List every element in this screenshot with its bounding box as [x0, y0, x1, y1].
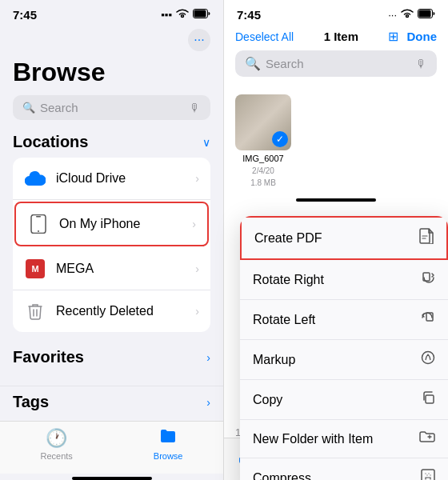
context-item-copy[interactable]: Copy [240, 380, 448, 420]
locations-chevron-icon[interactable]: ∨ [202, 136, 210, 149]
new-folder-label: New Folder with Item [253, 432, 373, 446]
divider-1 [0, 386, 223, 386]
wifi-icon [176, 9, 189, 21]
favorites-title: Favorites [13, 348, 84, 366]
right-status-time: 7:45 [237, 8, 261, 22]
tags-section-header[interactable]: Tags › [0, 393, 223, 411]
locations-title: Locations [13, 133, 88, 151]
context-item-rotate-right[interactable]: Rotate Right [240, 260, 448, 300]
more-button[interactable]: ··· [188, 29, 210, 51]
trash-icon [24, 300, 46, 322]
phone-icon [27, 213, 50, 235]
markup-icon [421, 350, 435, 369]
tags-title: Tags [13, 393, 49, 411]
copy-icon [421, 390, 435, 409]
copy-label: Copy [253, 393, 282, 407]
left-tab-bar: 🕐 Recents Browse [0, 421, 223, 474]
browse-icon [159, 428, 177, 449]
left-header: ··· [0, 26, 223, 58]
new-folder-icon [419, 430, 435, 447]
nav-right-actions: ⊞ Done [388, 29, 437, 44]
favorites-arrow-icon: › [206, 351, 210, 364]
right-status-icons: ··· [388, 9, 435, 21]
context-item-rotate-left[interactable]: Rotate Left [240, 300, 448, 340]
svg-point-3 [38, 230, 39, 232]
right-panel: 7:45 ··· Deselect All 1 Item ⊞ Done 🔍 Se… [224, 0, 448, 480]
file-size: 1.8 MB [250, 178, 276, 187]
context-item-new-folder[interactable]: New Folder with Item [240, 420, 448, 458]
right-wifi-icon [401, 9, 414, 21]
signal-icon: ▪▪▪ [161, 9, 172, 21]
svg-rect-1 [194, 10, 206, 17]
tab-browse[interactable]: Browse [154, 428, 183, 461]
recents-label: Recents [40, 451, 72, 461]
right-nav-bar: Deselect All 1 Item ⊞ Done [224, 26, 448, 50]
favorites-section-header[interactable]: Favorites › [0, 348, 223, 379]
more-icon: ··· [194, 33, 204, 47]
create-pdf-icon [419, 228, 434, 248]
location-arrow-mega: › [195, 262, 199, 275]
file-item-img6007[interactable]: ✓ IMG_6007 2/4/20 1.8 MB [235, 94, 291, 187]
rotate-right-icon [421, 270, 435, 289]
right-search-placeholder: Search [266, 57, 411, 70]
mega-icon: M [24, 258, 46, 280]
compress-icon [421, 469, 435, 480]
file-grid: ✓ IMG_6007 2/4/20 1.8 MB [224, 86, 448, 195]
left-search-bar[interactable]: 🔍 Search 🎙 [13, 95, 210, 120]
location-label-iphone: On My iPhone [59, 217, 192, 231]
location-item-mega[interactable]: M MEGA › [13, 248, 210, 290]
location-label-mega: MEGA [56, 262, 195, 276]
compress-label: Compress [253, 471, 311, 481]
browse-title: Browse [0, 58, 223, 95]
file-date: 2/4/20 [252, 166, 274, 175]
tags-arrow-icon: › [206, 396, 210, 409]
icloud-icon [24, 167, 46, 190]
location-item-iphone[interactable]: On My iPhone › [14, 202, 209, 246]
file-name: IMG_6007 [242, 154, 283, 163]
right-status-bar: 7:45 ··· [224, 0, 448, 26]
file-thumbnail: ✓ [235, 94, 291, 150]
right-search-icon: 🔍 [245, 56, 261, 71]
rotate-right-label: Rotate Right [253, 273, 324, 287]
right-mic-icon: 🎙 [416, 58, 427, 70]
context-item-create-pdf[interactable]: Create PDF [240, 216, 448, 260]
markup-label: Markup [253, 353, 295, 367]
location-arrow-icloud: › [195, 172, 199, 185]
create-pdf-label: Create PDF [254, 231, 322, 246]
left-status-icons: ▪▪▪ [161, 9, 210, 21]
location-arrow-iphone: › [192, 218, 196, 230]
rotate-left-icon [421, 310, 435, 329]
location-item-deleted[interactable]: Recently Deleted › [13, 290, 210, 332]
left-panel: 7:45 ▪▪▪ ··· Browse 🔍 Search 🎙 Locations… [0, 0, 224, 480]
file-selected-check: ✓ [272, 131, 288, 147]
tab-recents[interactable]: 🕐 Recents [40, 428, 72, 461]
rotate-left-label: Rotate Left [253, 313, 315, 327]
left-home-indicator [72, 477, 152, 480]
deselect-all-button[interactable]: Deselect All [235, 30, 294, 43]
location-item-icloud[interactable]: iCloud Drive › [13, 158, 210, 200]
left-status-bar: 7:45 ▪▪▪ [0, 0, 223, 26]
context-item-compress[interactable]: Compress [240, 458, 448, 480]
right-search-bar[interactable]: 🔍 Search 🎙 [235, 50, 437, 77]
grid-view-icon[interactable]: ⊞ [388, 29, 398, 44]
location-label-deleted: Recently Deleted [56, 304, 195, 318]
svg-rect-6 [419, 10, 431, 17]
done-button[interactable]: Done [406, 30, 437, 43]
svg-rect-11 [426, 395, 434, 403]
right-signal-icon: ··· [388, 9, 397, 21]
left-status-time: 7:45 [13, 8, 37, 22]
location-list: iCloud Drive › On My iPhone › M MEGA › [13, 158, 210, 332]
right-home-indicator [296, 198, 376, 202]
context-item-markup[interactable]: Markup [240, 340, 448, 380]
browse-tab-label: Browse [154, 451, 183, 461]
item-count-label: 1 Item [324, 30, 358, 43]
location-arrow-deleted: › [195, 305, 199, 318]
location-label-icloud: iCloud Drive [56, 171, 195, 186]
right-battery-icon [418, 9, 435, 21]
battery-icon [193, 9, 210, 21]
left-search-icon: 🔍 [22, 102, 35, 114]
left-mic-icon: 🎙 [190, 102, 201, 114]
recents-icon: 🕐 [46, 428, 67, 449]
svg-point-10 [422, 352, 434, 364]
left-search-placeholder: Search [40, 101, 185, 114]
